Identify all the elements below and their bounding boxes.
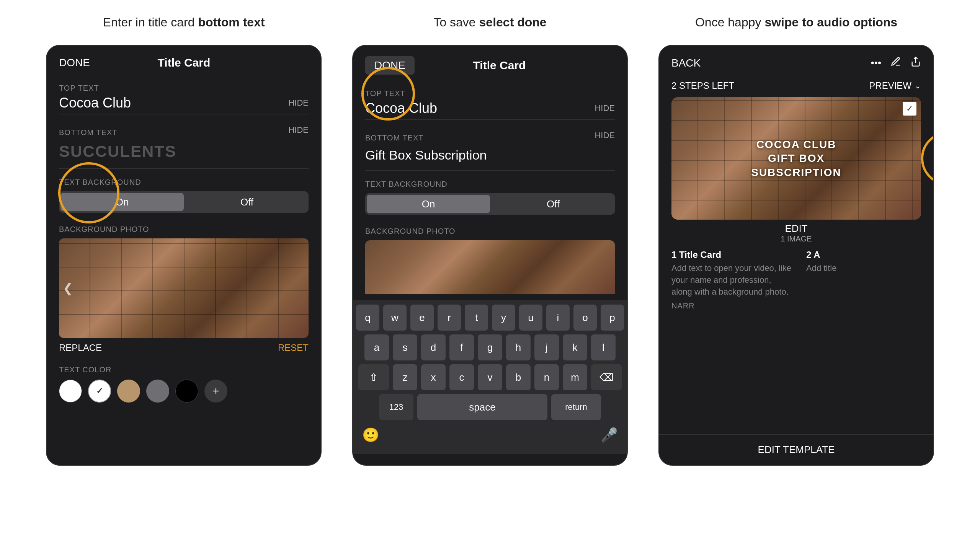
phone1-bottom-hide-button[interactable]: HIDE <box>288 125 309 135</box>
phone1-toggle-off[interactable]: Off <box>185 191 309 213</box>
phone1-swatch-add[interactable]: + <box>204 380 227 403</box>
key-n[interactable]: n <box>534 364 559 390</box>
phone2-top-hide-button[interactable]: HIDE <box>595 103 615 113</box>
phone3-preview-button[interactable]: PREVIEW ⌄ <box>869 80 921 91</box>
key-g[interactable]: g <box>478 334 502 360</box>
phone3-edit-label[interactable]: EDIT <box>659 223 933 235</box>
key-123[interactable]: 123 <box>379 394 413 420</box>
key-k[interactable]: k <box>563 334 587 360</box>
phone3-card-image: COCOA CLUB GIFT BOX SUBSCRIPTION ✓ <box>671 97 921 220</box>
phone3-card-checkbox[interactable]: ✓ <box>903 102 916 116</box>
phone3-step-1: 1 Title Card Add text to open your video… <box>671 249 794 298</box>
phone1-toggle-label: TEXT BACKGROUND <box>59 178 309 187</box>
phone1-swatch-add-icon: + <box>212 385 219 398</box>
phone3-steps-scroll: 1 Title Card Add text to open your video… <box>659 249 933 298</box>
key-u[interactable]: u <box>519 305 542 331</box>
key-i[interactable]: i <box>546 305 570 331</box>
phone2-header: DONE Title Card <box>353 46 627 82</box>
key-q[interactable]: q <box>356 305 379 331</box>
phone3-steps-left: 2 STEPS LEFT <box>671 80 734 91</box>
phone2-keyboard-bottom: 🙂 🎤 <box>356 424 624 446</box>
key-p[interactable]: p <box>601 305 624 331</box>
phone3-overlay-line1: COCOA CLUB <box>734 137 859 151</box>
phone3-card-overlay-text: COCOA CLUB GIFT BOX SUBSCRIPTION <box>734 137 859 179</box>
phone2-bottom-text-label: BOTTOM TEXT <box>365 134 424 142</box>
phone3-step-2: 2 A Add title <box>806 249 867 298</box>
key-w[interactable]: w <box>383 305 407 331</box>
key-m[interactable]: m <box>563 364 587 390</box>
phone3-overlay-line2: GIFT BOX SUBSCRIPTION <box>734 152 859 179</box>
phone3-orange-circle <box>921 132 934 185</box>
key-o[interactable]: o <box>573 305 597 331</box>
key-d[interactable]: d <box>421 334 446 360</box>
phone1-swatch-gray[interactable] <box>146 380 169 403</box>
key-backspace[interactable]: ⌫ <box>591 364 622 390</box>
phone3-step-1-title: Title Card <box>679 249 721 260</box>
phone1-header: DONE Title Card <box>47 46 321 76</box>
key-r[interactable]: r <box>438 305 461 331</box>
key-l[interactable]: l <box>591 334 616 360</box>
phone3-step-1-desc: Add text to open your video, like your n… <box>671 262 794 298</box>
phone3-header-icons: ••• <box>871 56 921 70</box>
key-return[interactable]: return <box>551 394 601 420</box>
phone-1: DONE Title Card TOP TEXT Cocoa Club HIDE… <box>46 45 322 466</box>
key-shift[interactable]: ⇧ <box>358 364 389 390</box>
key-e[interactable]: e <box>410 305 434 331</box>
phone1-replace-button[interactable]: REPLACE <box>59 342 102 353</box>
phone1-bottom-label-row: BOTTOM TEXT HIDE <box>47 121 321 139</box>
phone2-toggle-container[interactable]: On Off <box>365 193 615 215</box>
phone1-bottom-section: BOTTOM TEXT HIDE SUCCULENTS <box>47 121 321 165</box>
phone2-title: Title Card <box>473 59 526 72</box>
emoji-button[interactable]: 🙂 <box>359 424 382 446</box>
key-x[interactable]: x <box>421 364 446 390</box>
key-f[interactable]: f <box>449 334 474 360</box>
phone1-toggle-section: TEXT BACKGROUND On Off <box>47 172 321 219</box>
phone3-ellipsis-icon[interactable]: ••• <box>871 57 881 69</box>
phone2-toggle-off[interactable]: Off <box>492 193 615 215</box>
phone1-top-divider <box>59 114 309 114</box>
phone3-card-wrapper: COCOA CLUB GIFT BOX SUBSCRIPTION ✓ ••• <box>671 97 921 220</box>
phone1-title: Title Card <box>158 56 211 69</box>
phone1-toggle-on[interactable]: On <box>60 193 184 211</box>
phone2-top-hide-row: Cocoa Club HIDE <box>353 100 627 116</box>
phone2-toggle-on[interactable]: On <box>367 195 490 213</box>
phone3-share-icon[interactable] <box>910 56 921 70</box>
phone1-swatch-white[interactable] <box>59 380 82 403</box>
key-a[interactable]: a <box>364 334 389 360</box>
phone3-edit-template-button[interactable]: EDIT TEMPLATE <box>758 444 835 455</box>
key-z[interactable]: z <box>393 364 417 390</box>
instruction-3-bold: swipe to audio options <box>764 15 897 29</box>
phone3-edit-icon[interactable] <box>890 56 901 70</box>
key-h[interactable]: h <box>506 334 531 360</box>
key-y[interactable]: y <box>492 305 515 331</box>
phone1-photo-left-arrow[interactable]: ❮ <box>63 281 73 295</box>
key-b[interactable]: b <box>506 364 531 390</box>
phone2-bottom-hide-button[interactable]: HIDE <box>595 130 615 140</box>
phone1-swatch-tan[interactable] <box>117 380 140 403</box>
phone1-bg-photo-label: BACKGROUND PHOTO <box>59 225 309 234</box>
key-space[interactable]: space <box>417 394 547 420</box>
key-s[interactable]: s <box>393 334 417 360</box>
key-j[interactable]: j <box>534 334 559 360</box>
key-t[interactable]: t <box>465 305 488 331</box>
phone1-swatch-black[interactable] <box>175 380 198 403</box>
phone1-swatch-white-check[interactable]: ✓ <box>88 380 111 403</box>
phone1-bottom-text-label: BOTTOM TEXT <box>59 128 118 137</box>
phone1-done-button[interactable]: DONE <box>59 57 90 69</box>
instruction-1-bold: bottom text <box>198 15 265 29</box>
phone2-done-button[interactable]: DONE <box>365 56 415 75</box>
phone3-step-2-title: A <box>813 249 820 260</box>
phone3-edit-section: EDIT 1 IMAGE <box>659 220 933 249</box>
instruction-2: To save select done <box>337 15 643 29</box>
phone1-photo-actions: REPLACE RESET <box>59 338 309 353</box>
phone1-reset-button[interactable]: RESET <box>278 342 309 353</box>
key-v[interactable]: v <box>478 364 502 390</box>
phone1-toggle-container[interactable]: On Off <box>59 191 309 213</box>
phone2-key-row-1: q w e r t y u i o p <box>356 305 624 331</box>
mic-button[interactable]: 🎤 <box>598 424 621 446</box>
phone1-top-hide-button[interactable]: HIDE <box>288 98 309 108</box>
phone2-bottom-text-value: Gift Box Subscription <box>353 146 627 167</box>
phone1-bottom-text-value: SUCCULENTS <box>47 141 321 165</box>
phone3-back-button[interactable]: BACK <box>671 57 701 69</box>
key-c[interactable]: c <box>449 364 474 390</box>
